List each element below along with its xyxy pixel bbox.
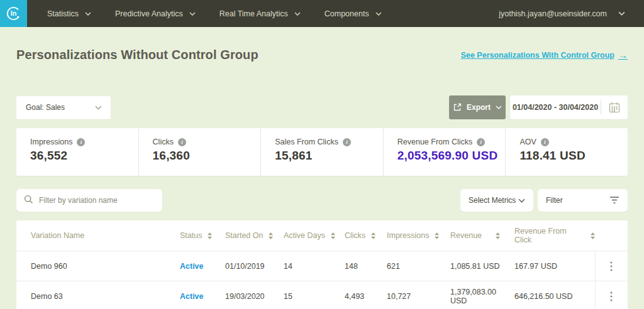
insider-logo[interactable]: In xyxy=(0,0,27,27)
started-on: 01/10/2019 xyxy=(225,262,284,271)
svg-text:In: In xyxy=(11,9,17,17)
stat-revenue-from-clicks: Revenue From Clicksi 2,053,569.90 USD xyxy=(383,128,506,176)
insider-logo-icon: In xyxy=(5,5,22,22)
stat-value: 16,360 xyxy=(153,149,261,163)
filter-icon xyxy=(609,195,619,206)
export-button[interactable]: Export xyxy=(449,95,506,119)
sort-icon xyxy=(435,232,439,239)
nav-item-label: Components xyxy=(325,9,369,18)
filter-row: Select Metrics Filter xyxy=(16,189,628,212)
revenue: 1,379,083.00 USD xyxy=(450,288,514,305)
sort-icon xyxy=(496,232,500,239)
chevron-down-icon xyxy=(189,12,196,16)
see-control-group-link[interactable]: See Personalizations With Control Group … xyxy=(461,50,628,60)
nav-menu: Statistics Predictive Analytics Real Tim… xyxy=(47,9,382,18)
filter-button[interactable]: Filter xyxy=(538,189,628,212)
sort-icon xyxy=(331,232,335,239)
chevron-down-icon xyxy=(95,106,102,110)
goal-select[interactable]: Goal: Sales xyxy=(16,96,111,119)
summary-stats-bar: Impressionsi 36,552 Clicksi 16,360 Sales… xyxy=(16,128,628,176)
search-icon xyxy=(24,195,33,207)
date-range-value: 01/04/2020 - 30/04/2020 xyxy=(510,103,601,112)
sort-icon xyxy=(371,232,375,239)
nav-item-statistics[interactable]: Statistics xyxy=(47,9,91,18)
nav-item-predictive-analytics[interactable]: Predictive Analytics xyxy=(115,9,196,18)
col-revenue-from-click[interactable]: Revenue From Click xyxy=(514,227,595,244)
info-icon[interactable]: i xyxy=(77,138,85,146)
table-row: Demo 63 Active 19/03/2020 15 4,493 10,72… xyxy=(16,281,628,309)
kebab-icon xyxy=(610,261,613,271)
table-row: Demo 960 Active 01/10/2019 14 148 621 1,… xyxy=(16,251,628,281)
nav-item-label: Statistics xyxy=(47,9,79,18)
revenue: 1,085.81 USD xyxy=(450,262,514,271)
info-icon[interactable]: i xyxy=(343,138,351,146)
chevron-down-icon xyxy=(518,198,525,203)
started-on: 19/03/2020 xyxy=(225,292,284,301)
kebab-icon xyxy=(610,291,613,301)
export-label: Export xyxy=(467,103,491,112)
chevron-down-icon xyxy=(618,11,625,16)
row-actions-menu[interactable] xyxy=(595,251,626,281)
chevron-down-icon xyxy=(85,12,91,16)
row-actions-menu[interactable] xyxy=(595,281,626,309)
active-days: 15 xyxy=(284,292,345,301)
sort-icon xyxy=(591,232,595,239)
nav-item-components[interactable]: Components xyxy=(325,9,382,18)
variation-name: Demo 960 xyxy=(16,262,180,271)
col-active-days[interactable]: Active Days xyxy=(284,231,345,240)
filter-right-group: Select Metrics Filter xyxy=(460,189,628,212)
stat-impressions: Impressionsi 36,552 xyxy=(16,128,138,176)
controls-row: Goal: Sales Export 01/04/2020 - 30/04/20… xyxy=(16,95,628,119)
user-menu[interactable]: jyothish.jayan@useinsider.com xyxy=(499,9,625,18)
stat-value: 2,053,569.90 USD xyxy=(397,149,506,163)
impressions: 621 xyxy=(387,262,450,271)
clicks: 4,493 xyxy=(345,292,387,301)
sort-icon xyxy=(208,232,212,239)
stat-sales-from-clicks: Sales From Clicksi 15,861 xyxy=(260,128,383,176)
stat-aov: AOVi 118.41 USD xyxy=(505,128,628,176)
link-label: See Personalizations With Control Group xyxy=(461,51,614,60)
chevron-down-icon xyxy=(496,106,502,109)
col-started-on[interactable]: Started On xyxy=(225,231,284,240)
variation-name: Demo 63 xyxy=(16,292,180,301)
stat-label: Impressions xyxy=(30,138,72,146)
stat-value: 15,861 xyxy=(275,149,383,163)
col-variation-name: Variation Name xyxy=(16,231,180,240)
info-icon[interactable]: i xyxy=(541,138,549,146)
clicks: 148 xyxy=(345,262,387,271)
stat-label: Clicks xyxy=(153,138,174,146)
export-icon xyxy=(453,103,462,112)
chevron-down-icon xyxy=(294,12,301,16)
stat-clicks: Clicksi 16,360 xyxy=(138,128,261,176)
controls-right-group: Export 01/04/2020 - 30/04/2020 xyxy=(449,95,628,119)
search-input[interactable] xyxy=(39,196,155,205)
col-status[interactable]: Status xyxy=(180,231,225,240)
select-metrics-dropdown[interactable]: Select Metrics xyxy=(460,189,533,212)
top-navbar: In Statistics Predictive Analytics Real … xyxy=(0,0,644,27)
date-range-picker[interactable]: 01/04/2020 - 30/04/2020 xyxy=(510,95,628,119)
nav-item-real-time-analytics[interactable]: Real Time Analytics xyxy=(219,9,301,18)
revenue-from-click: 646,216.50 USD xyxy=(514,292,595,301)
select-metrics-label: Select Metrics xyxy=(469,196,516,205)
info-icon[interactable]: i xyxy=(477,138,485,146)
chevron-down-icon xyxy=(375,12,382,16)
active-days: 14 xyxy=(284,262,345,271)
col-revenue[interactable]: Revenue xyxy=(450,231,514,240)
status-badge: Active xyxy=(180,292,225,301)
page-title: Personalizations Without Control Group xyxy=(16,48,258,62)
stat-value: 36,552 xyxy=(30,149,138,163)
filter-label: Filter xyxy=(546,196,563,205)
info-icon[interactable]: i xyxy=(178,138,186,146)
stat-label: AOV xyxy=(519,138,536,146)
stat-label: Revenue From Clicks xyxy=(397,138,472,146)
title-row: Personalizations Without Control Group S… xyxy=(16,48,628,62)
goal-select-value: Goal: Sales xyxy=(26,103,65,112)
col-clicks[interactable]: Clicks xyxy=(345,231,387,240)
table-header-row: Variation Name Status Started On Active … xyxy=(16,220,628,251)
user-email: jyothish.jayan@useinsider.com xyxy=(499,9,607,18)
col-impressions[interactable]: Impressions xyxy=(387,231,450,240)
variation-search[interactable] xyxy=(16,189,162,212)
sort-icon xyxy=(269,232,273,239)
calendar-icon xyxy=(601,101,628,114)
stat-value: 118.41 USD xyxy=(519,149,628,163)
